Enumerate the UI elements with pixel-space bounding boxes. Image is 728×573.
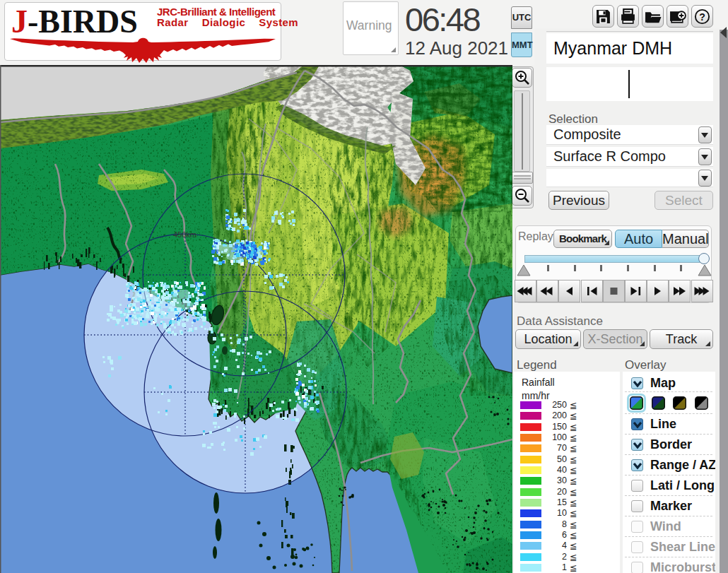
- svg-text:450km: 450km: [173, 230, 196, 239]
- svg-text:?: ?: [699, 11, 705, 23]
